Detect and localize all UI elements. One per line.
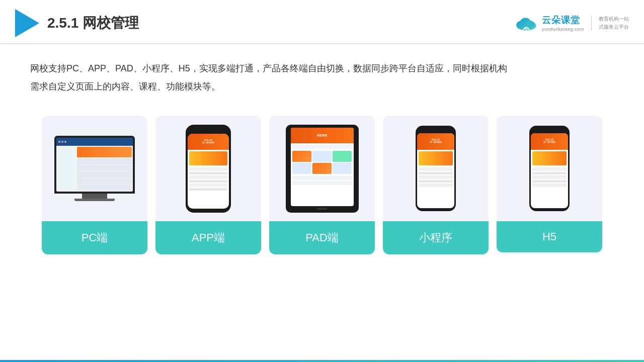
cloud-icon	[514, 14, 539, 32]
app-image-area: 职达人的第一堂均课程	[155, 116, 261, 221]
device-cards-container: PC端 职达人的第一堂均课程	[0, 101, 644, 269]
bottom-accent-bar	[0, 360, 644, 362]
brand-slogan: 教育机构一站式服务云平台	[599, 15, 629, 31]
brand-url: yunduoketang.com	[542, 26, 584, 33]
card-h5: 职达人的第一堂均课程 H5	[497, 116, 602, 254]
tablet-mockup: 课堂管理	[286, 125, 359, 213]
mini-phone-screen: 职达人的第一堂均课程	[417, 133, 454, 208]
brand-divider	[591, 16, 592, 31]
page-header: 2.5.1 网校管理	[0, 0, 644, 44]
app-label: APP端	[155, 221, 261, 254]
tablet-screen: 课堂管理	[291, 128, 354, 206]
card-pc: PC端	[42, 116, 147, 254]
section-number: 2.5.1	[47, 15, 78, 31]
h5-phone-screen: 职达人的第一堂均课程	[531, 133, 568, 208]
pad-image-area: 课堂管理	[269, 116, 375, 221]
miniprogram-label: 小程序	[383, 221, 489, 254]
card-app: 职达人的第一堂均课程 APP端	[155, 116, 261, 254]
miniprogram-image-area: 职达人的第一堂均课程	[383, 116, 489, 221]
h5-label: H5	[497, 221, 602, 252]
mini-phone-notch	[429, 129, 443, 132]
h5-phone-mockup: 职达人的第一堂均课程	[529, 126, 570, 211]
pad-label: PAD端	[269, 221, 375, 254]
page-title: 2.5.1 网校管理	[47, 14, 139, 33]
pc-screen	[56, 138, 133, 192]
mini-phone-mockup: 职达人的第一堂均课程	[416, 126, 456, 211]
cloud-logo: 云朵课堂 yunduoketang.com 教育机构一站式服务云平台	[514, 14, 629, 33]
pc-monitor	[54, 136, 135, 194]
phone-notch	[201, 129, 216, 133]
phone-screen: 职达人的第一堂均课程	[188, 134, 229, 209]
description-text: 网校支持PC、APP、PAD、小程序、H5，实现多端打通，产品各终端自由切换，数…	[0, 44, 644, 101]
title-text: 网校管理	[83, 15, 139, 31]
svg-point-4	[525, 30, 527, 31]
logo-triangle-icon	[15, 9, 39, 37]
card-pad: 课堂管理	[269, 116, 375, 254]
brand-text: 云朵课堂 yunduoketang.com	[542, 14, 584, 33]
h5-phone-notch	[542, 129, 556, 132]
header-right: 云朵课堂 yunduoketang.com 教育机构一站式服务云平台	[514, 14, 629, 33]
pc-image-area	[42, 116, 147, 221]
card-miniprogram: 职达人的第一堂均课程 小程序	[383, 116, 489, 254]
svg-point-3	[520, 18, 531, 27]
brand-name: 云朵课堂	[542, 14, 580, 26]
pc-mockup	[54, 136, 135, 201]
header-left: 2.5.1 网校管理	[15, 9, 139, 37]
pc-label: PC端	[42, 221, 147, 254]
h5-image-area: 职达人的第一堂均课程	[497, 116, 602, 221]
app-phone-mockup: 职达人的第一堂均课程	[186, 125, 231, 213]
